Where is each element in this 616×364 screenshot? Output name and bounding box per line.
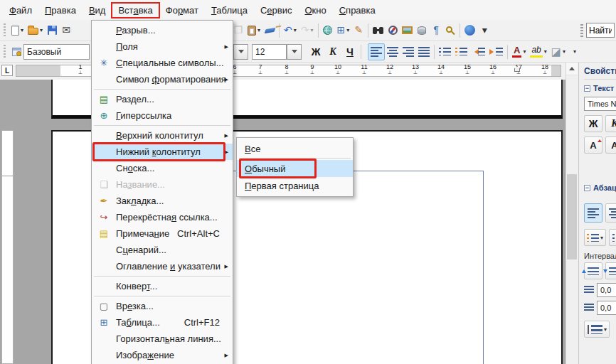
document-workspace[interactable] — [0, 80, 565, 364]
space-below-button[interactable] — [605, 262, 616, 279]
align-right-button[interactable] — [400, 43, 416, 60]
dropdown-arrow-icon[interactable]: ▾ — [544, 49, 547, 55]
dropdown-arrow-icon[interactable]: ▾ — [294, 28, 297, 33]
vertical-scrollbar[interactable] — [565, 63, 578, 364]
dropdown-arrow-icon[interactable]: ▾ — [40, 28, 43, 33]
data-sources-button[interactable]: ▾ — [415, 22, 429, 39]
insert-formatting-mark[interactable]: Символ форматирования▶ — [92, 71, 233, 87]
dropdown-arrow-icon[interactable]: ▾ — [523, 49, 526, 55]
insert-hyperlink[interactable]: ⊕Гиперссылка — [92, 107, 233, 124]
collapse-icon[interactable]: − — [584, 185, 590, 191]
font-name-combo-arrow[interactable] — [233, 44, 248, 60]
decrease-indent-button[interactable] — [469, 43, 487, 60]
menu-insert[interactable]: Вставка — [112, 1, 159, 19]
numbered-list-button[interactable] — [437, 43, 453, 60]
insert-footnote[interactable]: Сноска... — [92, 160, 233, 176]
background-color-button[interactable]: ◪▾ — [549, 43, 568, 60]
menu-edit[interactable]: Правка — [38, 1, 83, 19]
sidebar-italic-button[interactable]: К — [605, 115, 616, 132]
insert-table[interactable]: ⊞Таблица...Ctrl+F12 — [92, 314, 233, 331]
draw-functions-button[interactable]: ✎▾ — [351, 22, 366, 39]
toolbar-grip[interactable] — [4, 45, 6, 59]
tab-type-selector[interactable]: L — [1, 65, 13, 76]
save-button[interactable]: ▾ — [45, 22, 59, 39]
dropdown-arrow-icon[interactable]: ▾ — [311, 28, 314, 33]
open-button[interactable]: ▾ — [26, 22, 45, 39]
increase-indent-button[interactable] — [487, 43, 505, 60]
menu-table[interactable]: Таблица — [205, 1, 254, 19]
menu-file[interactable]: Файл — [3, 1, 38, 19]
table-button[interactable]: ⊞▾ — [335, 22, 352, 39]
section-text[interactable]: −Текст — [584, 82, 616, 94]
justify-button[interactable] — [416, 43, 432, 60]
footer-default[interactable]: Обычный — [237, 160, 353, 177]
space-above-button[interactable] — [584, 262, 602, 279]
toolbar-overflow-button[interactable]: ▾▾ — [477, 22, 492, 39]
footer-all[interactable]: Все — [237, 140, 353, 157]
space-above-input[interactable]: 0,0 — [597, 283, 616, 297]
sidebar-bullet-list-button[interactable]: ▾ — [584, 229, 606, 246]
line-spacing-button[interactable]: ▾ — [584, 321, 610, 338]
insert-break[interactable]: Разрыв... — [92, 22, 233, 38]
insert-horizontal-line[interactable]: Горизонтальная линия... — [92, 331, 233, 347]
highlight-color-button[interactable]: ab▾ — [528, 43, 548, 60]
bullet-list-button[interactable] — [453, 43, 469, 60]
menu-format[interactable]: Формат — [159, 1, 205, 19]
decrease-font-size-button[interactable]: А — [605, 136, 616, 154]
paragraph-style-combo[interactable]: Базовый — [23, 44, 90, 60]
styles-button[interactable] — [9, 43, 23, 60]
insert-fields[interactable]: Поля▶ — [92, 38, 233, 55]
insert-toc[interactable]: Оглавление и указатели▶ — [92, 258, 233, 274]
insert-footer[interactable]: Нижний колонтитул▶ — [92, 144, 233, 160]
collapse-icon[interactable]: − — [584, 85, 590, 92]
insert-image[interactable]: Изображение▶ — [92, 347, 233, 363]
toolbar-grip[interactable] — [580, 24, 583, 37]
insert-caption[interactable]: ❑Название... — [92, 176, 233, 193]
redo-button[interactable]: ↷▾ — [299, 22, 316, 39]
menu-view[interactable]: Вид — [83, 1, 112, 19]
dropdown-arrow-icon[interactable]: ▾ — [604, 326, 607, 333]
insert-comment[interactable]: ▤ПримечаниеCtrl+Alt+C — [92, 225, 233, 242]
sidebar-align-center-button[interactable] — [605, 203, 616, 223]
underline-button[interactable]: Ч — [341, 43, 359, 60]
insert-envelope[interactable]: Конверт... — [92, 278, 233, 294]
hyperlink-button[interactable]: ▾ — [321, 22, 335, 39]
find-input[interactable] — [586, 23, 615, 38]
dropdown-arrow-icon[interactable]: ▾ — [257, 28, 260, 33]
align-center-button[interactable] — [385, 43, 400, 60]
menu-help[interactable]: Справка — [333, 1, 382, 19]
gallery-button[interactable]: ▾ — [400, 22, 415, 39]
help-button[interactable]: ▾ — [462, 22, 477, 39]
clone-formatting-button[interactable]: ▾ — [262, 22, 277, 39]
insert-section[interactable]: ▤Раздел... — [92, 91, 233, 107]
paste-button[interactable]: ▾ — [245, 22, 262, 39]
sidebar-bold-button[interactable]: Ж — [584, 115, 602, 132]
sidebar-numbered-list-button[interactable] — [609, 229, 616, 246]
formatting-marks-button[interactable]: ¶▾ — [429, 22, 443, 39]
font-size-combo-arrow[interactable] — [287, 44, 302, 60]
dropdown-arrow-icon[interactable]: ▾ — [600, 235, 603, 241]
toolbar-overflow-button[interactable]: ▾ — [568, 43, 582, 60]
insert-frame[interactable]: ▢Врезка... — [92, 298, 233, 314]
insert-header[interactable]: Верхний колонтитул▶ — [92, 127, 233, 144]
menu-tools[interactable]: Сервис — [254, 1, 299, 19]
increase-font-size-button[interactable]: А — [584, 136, 602, 154]
insert-special-characters[interactable]: ✳Специальные символы... — [92, 55, 233, 71]
sidebar-align-left-button[interactable] — [584, 203, 602, 223]
scrollbar-thumb[interactable] — [567, 174, 577, 259]
insert-bookmark[interactable]: ✒Закладка... — [92, 193, 233, 209]
horizontal-ruler[interactable]: L 1┴6┴7┴8┴9┴10┴11┴12┴13┴14┴15┴16┴17┴18┴ — [0, 63, 565, 80]
sidebar-font-name-combo[interactable]: Times New Roman — [584, 97, 616, 111]
insert-script[interactable]: Сценарий... — [92, 242, 233, 258]
insert-cross-reference[interactable]: ↪Перекрёстная ссылка... — [92, 209, 233, 225]
dropdown-arrow-icon[interactable]: ▾ — [21, 28, 23, 33]
email-button[interactable]: ✉▾ — [59, 22, 73, 39]
undo-button[interactable]: ↶▾ — [282, 22, 299, 39]
font-color-button[interactable]: А▾ — [510, 43, 528, 60]
new-document-button[interactable]: ▾ — [9, 22, 26, 39]
font-size-combo[interactable]: 12 — [252, 44, 287, 60]
dropdown-arrow-icon[interactable]: ▾ — [563, 49, 565, 55]
dropdown-arrow-icon[interactable]: ▾ — [346, 28, 349, 33]
footer-first-page[interactable]: Первая страница — [237, 177, 353, 194]
align-left-button[interactable] — [368, 43, 385, 60]
